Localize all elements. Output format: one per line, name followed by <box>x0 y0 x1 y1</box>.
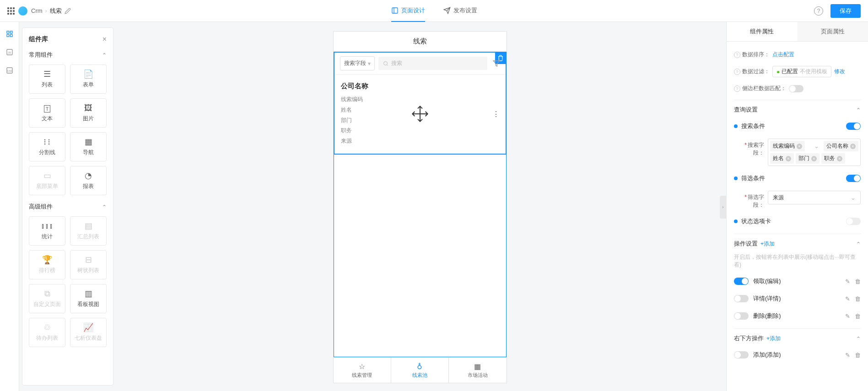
toggle-op-delete[interactable] <box>734 312 749 320</box>
section-operations[interactable]: 操作设置+添加 ⌄ <box>734 234 861 252</box>
divider-icon: ⫶⫶ <box>43 138 51 146</box>
search-row: 搜索字段 ▾ 搜索 <box>334 53 506 74</box>
tag-remove-icon[interactable]: × <box>850 144 856 149</box>
toggle-search-condition[interactable] <box>846 123 861 130</box>
breadcrumb-app[interactable]: Crm <box>31 7 43 14</box>
tag: 线索编码× <box>770 141 805 151</box>
search-input[interactable]: 搜索 <box>378 57 487 70</box>
comp-item-custom-page[interactable]: ⧉自定义页面 <box>29 284 65 313</box>
save-button[interactable]: 保存 <box>830 4 861 18</box>
move-icon[interactable] <box>411 105 429 123</box>
tag-remove-icon[interactable]: × <box>811 156 817 161</box>
comp-item-rank[interactable]: 🏆排行榜 <box>29 250 65 279</box>
tag-remove-icon[interactable]: × <box>786 156 791 161</box>
canvas: 线索 搜索字段 ▾ 搜索 <box>113 22 726 391</box>
op-row-delete: 删除(删除) ✎🗑 <box>734 307 861 325</box>
topbar-right: ? 保存 <box>814 4 861 18</box>
apps-grid-icon[interactable] <box>7 7 15 15</box>
selected-list-component[interactable]: 搜索字段 ▾ 搜索 公司名称 线索编码 姓名 部门 <box>334 52 507 155</box>
comp-item-nav[interactable]: ▦导航 <box>70 132 107 161</box>
comp-item-tree-list[interactable]: ⊟树状列表 <box>70 250 107 279</box>
chevron-down-icon: ⌄ <box>851 194 858 201</box>
add-operation-link[interactable]: +添加 <box>760 241 775 247</box>
edit-icon[interactable]: ✎ <box>845 352 850 359</box>
toggle-filter-condition[interactable] <box>846 175 861 182</box>
mobile-body-empty[interactable] <box>334 155 507 357</box>
tag-remove-icon[interactable]: × <box>837 156 842 161</box>
breadcrumb-current: 线索 <box>50 7 62 15</box>
section-bottom-ops[interactable]: 右下方操作+添加 ⌄ <box>734 328 861 346</box>
todo-icon: ♲ <box>43 323 51 332</box>
close-icon[interactable]: × <box>102 35 107 43</box>
tab-publish-settings-label: 发布设置 <box>453 6 477 15</box>
comp-item-report[interactable]: ◔报表 <box>70 166 107 195</box>
tab-lead-pool[interactable]: ♁ 线索池 <box>391 358 449 383</box>
delete-icon[interactable]: 🗑 <box>855 295 861 302</box>
add-bottom-op-link[interactable]: +添加 <box>766 335 781 342</box>
check-icon: ● <box>776 69 780 75</box>
row-search-fields: *搜索字段： 线索编码× ⌄ 公司名称× 姓名× 部门× 职务× <box>734 135 861 170</box>
chevron-up-icon: ⌄ <box>856 107 861 113</box>
edit-icon[interactable]: ✎ <box>845 278 850 285</box>
tab-lead-manage[interactable]: ☆ 线索管理 <box>334 358 391 383</box>
toggle-op-claim[interactable] <box>734 278 749 285</box>
modify-filter-link[interactable]: 修改 <box>834 68 845 75</box>
chevron-up-icon: ⌄ <box>856 241 861 247</box>
app-logo <box>18 6 27 16</box>
collapse-right-panel[interactable]: › <box>720 196 726 219</box>
comp-item-bottom-menu[interactable]: ▭底部菜单 <box>29 166 65 195</box>
delete-icon[interactable]: 🗑 <box>855 278 861 285</box>
edit-icon[interactable]: ✎ <box>845 313 850 320</box>
comp-item-form[interactable]: 📄表单 <box>70 64 107 94</box>
rail-components-icon[interactable] <box>5 29 14 38</box>
list-card-preview[interactable]: 公司名称 线索编码 姓名 部门 职务 来源 ⋮ <box>334 74 506 154</box>
help-icon[interactable]: ? <box>734 86 740 92</box>
toggle-op-detail[interactable] <box>734 295 749 302</box>
edit-icon[interactable]: ✎ <box>845 295 850 302</box>
svg-point-12 <box>383 61 387 65</box>
tag-remove-icon[interactable]: × <box>797 144 802 149</box>
delete-icon[interactable]: 🗑 <box>855 352 861 359</box>
config-sort-link[interactable]: 点击配置 <box>772 51 794 59</box>
search-field-selector[interactable]: 搜索字段 ▾ <box>340 56 375 70</box>
comp-item-image[interactable]: 🖼图片 <box>70 98 107 128</box>
help-icon[interactable]: ? <box>734 52 740 58</box>
tab-marketing[interactable]: ▦ 市场活动 <box>449 358 506 383</box>
search-fields-select[interactable]: 线索编码× ⌄ 公司名称× 姓名× 部门× 职务× <box>768 139 861 166</box>
comp-item-todo[interactable]: ♲待办列表 <box>29 318 65 347</box>
toggle-op-add[interactable] <box>734 351 749 359</box>
tab-page-props[interactable]: 页面属性 <box>798 22 868 41</box>
comp-grid-advanced: ⫾⫾⫾统计 ▤汇总列表 🏆排行榜 ⊟树状列表 ⧉自定义页面 ▥看板视图 ♲待办列… <box>29 216 107 347</box>
help-icon[interactable]: ? <box>814 6 823 16</box>
svg-text:CSS: CSS <box>7 70 12 72</box>
comp-item-dashboard[interactable]: 📈七析仪表盘 <box>70 318 107 347</box>
delete-icon[interactable]: 🗑 <box>855 313 861 320</box>
filter-icon[interactable] <box>491 58 502 69</box>
tab-component-props[interactable]: 组件属性 <box>727 22 798 41</box>
comp-item-text[interactable]: T文本 <box>29 98 65 128</box>
report-icon: ◔ <box>85 171 92 180</box>
properties-tabs: 组件属性 页面属性 <box>727 22 868 42</box>
comp-section-common-header[interactable]: 常用组件 ⌄ <box>29 51 107 59</box>
toggle-side-match[interactable] <box>789 85 803 92</box>
comp-item-summary-list[interactable]: ▤汇总列表 <box>70 216 107 246</box>
comp-item-kanban[interactable]: ▥看板视图 <box>70 284 107 313</box>
toggle-status-tabs[interactable] <box>846 218 861 225</box>
comp-item-stats[interactable]: ⫾⫾⫾统计 <box>29 216 65 246</box>
section-query[interactable]: 查询设置 ⌄ <box>734 100 861 118</box>
rail-css-icon[interactable]: CSS <box>5 66 14 75</box>
more-icon[interactable]: ⋮ <box>492 110 499 118</box>
comp-item-divider[interactable]: ⫶⫶分割线 <box>29 132 65 161</box>
comp-item-list[interactable]: ☰列表 <box>29 64 65 94</box>
rail-js-icon[interactable]: JS <box>5 48 14 57</box>
tab-publish-settings[interactable]: 发布设置 <box>443 0 477 22</box>
chevron-up-icon: ⌄ <box>102 204 107 210</box>
edit-pencil-icon[interactable] <box>65 8 71 14</box>
search-icon <box>383 61 388 66</box>
tag: 职务× <box>821 153 845 164</box>
help-icon[interactable]: ? <box>734 69 740 75</box>
tab-page-design[interactable]: 页面设计 <box>391 0 425 22</box>
comp-section-advanced-header[interactable]: 高级组件 ⌄ <box>29 203 107 211</box>
filter-fields-select[interactable]: 来源 ⌄ <box>768 191 861 204</box>
trophy-icon: 🏆 <box>42 256 52 264</box>
